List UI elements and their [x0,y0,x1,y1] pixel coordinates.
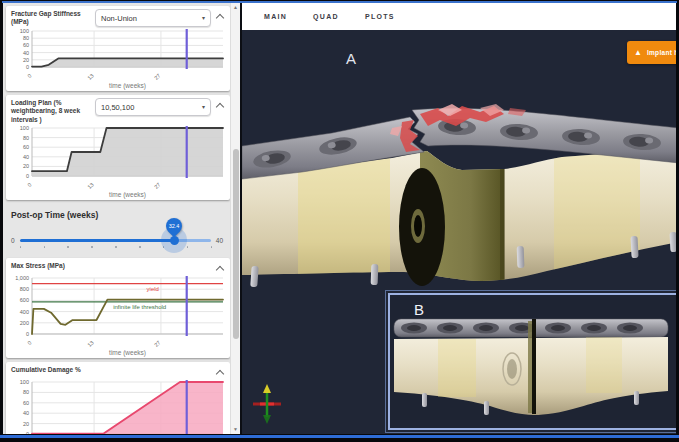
svg-text:80: 80 [23,35,29,41]
slider-max-label: 40 [216,237,223,244]
svg-text:13: 13 [86,182,95,191]
svg-text:800: 800 [20,287,29,293]
svg-text:40: 40 [23,50,29,56]
svg-text:time (weeks): time (weeks) [109,82,146,90]
view-tab-bar: MAIN QUAD PLOTS [242,3,676,30]
controls-scroll-area: Fracture Gap Stiffness (MPa) Non-Union ▾… [3,3,231,434]
stiffness-chart: 10080604020001327time (weeks) [7,27,228,91]
dropdown-arrow-icon: ▾ [202,104,205,110]
svg-text:27: 27 [153,72,162,81]
collapse-chevron-icon[interactable] [215,100,226,111]
loading-plan-chart: 10080604020001327time (weeks) [7,124,228,200]
stiffness-dropdown-value: Non-Union [101,14,137,23]
svg-text:0: 0 [26,340,32,346]
dropdown-arrow-icon: ▾ [202,15,205,21]
svg-text:60: 60 [23,42,29,48]
slider-value: 32.4 [166,218,182,234]
loading-plan-card: Loading Plan (% weightbearing, 8 week in… [6,95,230,200]
svg-text:200: 200 [20,320,29,326]
axes-gizmo-icon [250,382,284,426]
loading-plan-dropdown[interactable]: 10,50,100 ▾ [95,98,211,116]
view-label-b: B [414,301,424,318]
inset-viewport-b[interactable]: B [388,293,676,430]
controls-panel: Fracture Gap Stiffness (MPa) Non-Union ▾… [3,3,240,434]
loading-plan-dropdown-value: 10,50,100 [101,103,134,112]
svg-text:80: 80 [23,390,29,396]
svg-text:27: 27 [153,182,162,191]
inset-bone-render [390,295,672,424]
svg-text:time (weeks): time (weeks) [109,191,146,199]
svg-text:infinite life threshold: infinite life threshold [113,304,166,310]
window-top-accent [2,1,677,3]
max-stress-title: Max Stress (MPa) [11,261,211,270]
plate-right-fragment [412,104,676,163]
implant-warning-button[interactable]: ▲ Implant has [627,41,676,64]
postop-time-title: Post-op Time (weeks) [11,210,223,220]
collapse-chevron-icon[interactable] [215,367,226,378]
implant-warning-label: Implant has [647,49,676,56]
scrollbar-down-icon[interactable]: ▼ [231,425,240,434]
svg-text:0: 0 [26,431,29,434]
max-stress-chart: 1,000800600400200001327yieldinfinite lif… [7,274,228,358]
svg-text:600: 600 [20,298,29,304]
svg-text:100: 100 [20,28,29,34]
svg-text:40: 40 [23,154,29,160]
svg-text:0: 0 [26,173,29,179]
app-window: Fracture Gap Stiffness (MPa) Non-Union ▾… [3,3,676,434]
svg-text:0: 0 [26,64,29,70]
postop-time-slider[interactable]: 32.4 [20,229,211,251]
svg-text:60: 60 [23,400,29,406]
svg-text:40: 40 [23,411,29,417]
svg-text:yield: yield [147,286,159,292]
svg-text:13: 13 [86,340,95,349]
stiffness-dropdown[interactable]: Non-Union ▾ [95,9,211,27]
collapse-chevron-icon[interactable] [215,263,226,274]
view-label-a: A [346,50,356,67]
callus-band-right [554,140,640,270]
svg-text:80: 80 [23,135,29,141]
svg-text:0: 0 [26,182,32,188]
max-stress-card: Max Stress (MPa) 1,000800600400200001327… [6,258,230,358]
svg-text:400: 400 [20,309,29,315]
svg-text:20: 20 [23,164,29,170]
fracture-gap-stiffness-card: Fracture Gap Stiffness (MPa) Non-Union ▾… [6,6,230,91]
svg-text:60: 60 [23,145,29,151]
svg-text:1,000: 1,000 [15,275,29,281]
svg-text:time (weeks): time (weeks) [109,349,146,357]
main-3d-viewport[interactable]: A ▲ Implant has [242,30,676,434]
fracture-gap-stiffness-title: Fracture Gap Stiffness (MPa) [11,9,91,27]
slider-min-label: 0 [11,237,15,244]
cumulative-damage-card: Cumulative Damage % 10080604020001327tim… [6,362,230,434]
postop-time-section: Post-op Time (weeks) 0 32.4 [3,204,231,255]
svg-text:100: 100 [20,379,29,385]
tab-main[interactable]: MAIN [264,13,287,20]
loading-plan-title: Loading Plan (% weightbearing, 8 week in… [11,98,91,124]
cumulative-damage-title: Cumulative Damage % [11,365,211,374]
panel-scrollbar[interactable]: ▲ ▼ [230,3,240,434]
scrollbar-thumb[interactable] [233,149,239,339]
collapse-chevron-icon[interactable] [215,11,226,22]
svg-text:20: 20 [23,421,29,427]
svg-text:0: 0 [26,72,32,78]
scrollbar-up-icon[interactable]: ▲ [231,3,240,12]
inset-fracture-gap [532,319,536,414]
svg-text:0: 0 [26,331,29,337]
svg-text:13: 13 [86,72,95,81]
svg-text:100: 100 [20,125,29,131]
tab-quad[interactable]: QUAD [313,13,339,20]
cumulative-damage-chart: 10080604020001327time (weeks) [7,378,228,434]
warning-triangle-icon: ▲ [634,49,642,57]
window-bottom-accent [0,435,679,438]
tab-plots[interactable]: PLOTS [365,13,395,20]
svg-text:27: 27 [153,340,162,349]
svg-text:20: 20 [23,57,29,63]
slider-knob[interactable] [170,236,179,245]
